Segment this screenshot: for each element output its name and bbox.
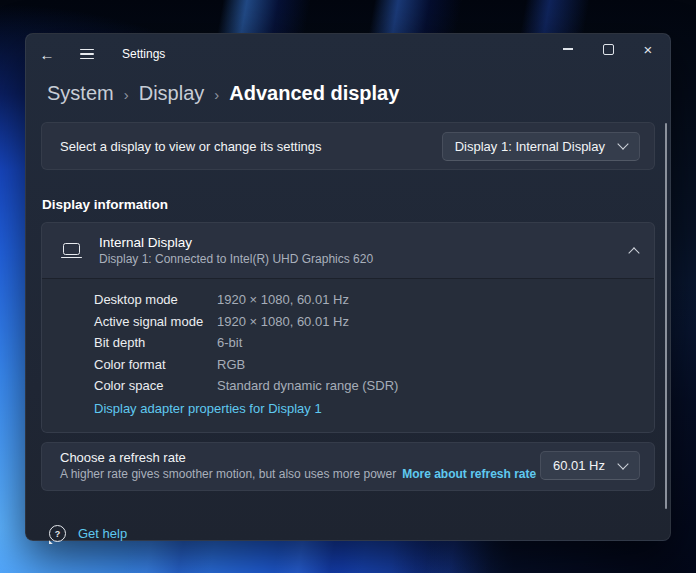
breadcrumb-system[interactable]: System xyxy=(47,82,114,105)
get-help-link[interactable]: Get help xyxy=(78,523,127,545)
minimize-icon xyxy=(563,48,573,50)
display-information-card: Internal Display Display 1: Connected to… xyxy=(41,222,655,433)
close-button[interactable]: × xyxy=(628,36,668,62)
info-label: Active signal mode xyxy=(94,311,217,333)
back-icon: ← xyxy=(40,46,55,63)
info-value: Standard dynamic range (SDR) xyxy=(217,375,398,397)
refresh-rate-card: Choose a refresh rate A higher rate give… xyxy=(41,442,655,491)
info-label: Bit depth xyxy=(94,332,217,354)
info-row-desktop-mode: Desktop mode 1920 × 1080, 60.01 Hz xyxy=(94,289,638,311)
breadcrumb-separator: › xyxy=(124,84,129,103)
display-name: Internal Display xyxy=(99,235,630,250)
info-row-color-format: Color format RGB xyxy=(94,354,638,376)
info-value: 1920 × 1080, 60.01 Hz xyxy=(217,311,349,333)
more-about-refresh-rate-link[interactable]: More about refresh rate xyxy=(402,467,536,481)
display-selector-card: Select a display to view or change its s… xyxy=(41,122,655,170)
info-row-bit-depth: Bit depth 6-bit xyxy=(94,332,638,354)
breadcrumb-separator: › xyxy=(214,84,219,103)
info-value: 6-bit xyxy=(217,332,242,354)
display-selector-value: Display 1: Internal Display xyxy=(455,139,605,154)
maximize-button[interactable] xyxy=(588,36,628,62)
section-title: Display information xyxy=(42,197,655,212)
refresh-rate-value: 60.01 Hz xyxy=(553,458,605,473)
settings-window: ← Settings × System › Display › Advanced… xyxy=(25,33,671,541)
info-value: 1920 × 1080, 60.01 Hz xyxy=(217,289,349,311)
info-row-color-space: Color space Standard dynamic range (SDR) xyxy=(94,375,638,397)
vertical-scrollbar[interactable] xyxy=(665,123,668,509)
chevron-down-icon xyxy=(617,138,628,149)
info-row-active-signal-mode: Active signal mode 1920 × 1080, 60.01 Hz xyxy=(94,311,638,333)
page-title: Advanced display xyxy=(229,82,399,105)
window-controls: × xyxy=(548,36,668,62)
chevron-up-icon[interactable] xyxy=(628,247,639,258)
titlebar: ← Settings × xyxy=(26,34,670,66)
page-content: Select a display to view or change its s… xyxy=(26,122,670,545)
breadcrumb: System › Display › Advanced display xyxy=(47,82,670,105)
display-selector-dropdown[interactable]: Display 1: Internal Display xyxy=(442,132,640,161)
maximize-icon xyxy=(603,44,614,55)
back-button[interactable]: ← xyxy=(34,44,60,64)
info-label: Color space xyxy=(94,375,217,397)
refresh-rate-dropdown[interactable]: 60.01 Hz xyxy=(540,451,640,480)
minimize-button[interactable] xyxy=(548,36,588,62)
laptop-display-icon xyxy=(60,243,82,259)
info-label: Color format xyxy=(94,354,217,376)
display-information-details: Desktop mode 1920 × 1080, 60.01 Hz Activ… xyxy=(42,278,654,432)
display-connection-info: Display 1: Connected to Intel(R) UHD Gra… xyxy=(99,252,630,266)
refresh-rate-title: Choose a refresh rate xyxy=(60,450,536,465)
menu-button[interactable] xyxy=(74,44,100,64)
close-icon: × xyxy=(644,42,653,57)
info-value: RGB xyxy=(217,354,245,376)
breadcrumb-display[interactable]: Display xyxy=(139,82,205,105)
hamburger-icon xyxy=(80,49,94,60)
display-selector-label: Select a display to view or change its s… xyxy=(60,139,322,154)
display-adapter-properties-link[interactable]: Display adapter properties for Display 1 xyxy=(94,398,322,420)
refresh-rate-description: A higher rate gives smoother motion, but… xyxy=(60,467,396,481)
get-help-row: ? Get help xyxy=(49,523,655,545)
help-bubble-icon: ? xyxy=(49,525,66,542)
app-title: Settings xyxy=(122,47,165,61)
chevron-down-icon xyxy=(617,458,628,469)
display-information-header[interactable]: Internal Display Display 1: Connected to… xyxy=(42,223,654,278)
info-label: Desktop mode xyxy=(94,289,217,311)
